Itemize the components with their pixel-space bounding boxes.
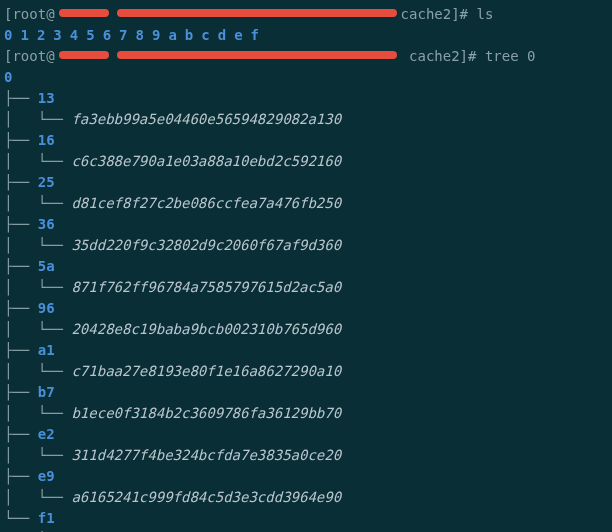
tree-file-line: │ └── 311d4277f4be324bcfda7e3835a0ce20	[4, 445, 608, 466]
tree-file-line: │ └── 20428e8c19baba9bcb002310b765d960	[4, 319, 608, 340]
directory-entry: 9	[152, 27, 160, 43]
tree-file-line: │ └── c6c388e790a1e03a88a10ebd2c592160	[4, 151, 608, 172]
redacted-segment	[117, 51, 397, 59]
directory-entry: d	[218, 27, 226, 43]
directory-entry: e	[234, 27, 242, 43]
redacted-segment	[59, 51, 109, 59]
redacted-segment	[117, 9, 397, 17]
tree-dir-name: f1	[38, 510, 55, 526]
tree-file-line: │ └── a6165241c999fd84c5d3e3cdd3964e90	[4, 487, 608, 508]
redacted-segment	[59, 9, 109, 17]
prompt-user: root@	[12, 48, 54, 64]
tree-file-line: │ └── d81cef8f27c2be086ccfea7a476fb250	[4, 193, 608, 214]
tree-dir-name: a1	[38, 342, 55, 358]
tree-dir-line: ├── 5a	[4, 256, 608, 277]
tree-file-name: 20428e8c19baba9bcb002310b765d960	[71, 321, 341, 337]
tree-dir-line: ├── b7	[4, 382, 608, 403]
tree-dir-line: ├── 16	[4, 130, 608, 151]
tree-file-line: │ └── c71baa27e8193e80f1e16a8627290a10	[4, 361, 608, 382]
tree-dir-line: ├── 36	[4, 214, 608, 235]
prompt-path: cache2	[401, 6, 452, 22]
tree-dir-name: 25	[38, 174, 55, 190]
tree-dir-name: b7	[38, 384, 55, 400]
tree-dir-name: 16	[38, 132, 55, 148]
directory-entry: 8	[136, 27, 144, 43]
directory-entry: a	[168, 27, 176, 43]
tree-file-name: c6c388e790a1e03a88a10ebd2c592160	[71, 153, 341, 169]
tree-dir-line: └── f1	[4, 508, 608, 529]
tree-dir-line: ├── 96	[4, 298, 608, 319]
tree-dir-name: 5a	[38, 258, 55, 274]
tree-dir-name: 36	[38, 216, 55, 232]
directory-entry: c	[201, 27, 209, 43]
tree-file-name: b1ece0f3184b2c3609786fa36129bb70	[71, 405, 341, 421]
tree-file-name: fa3ebb99a5e04460e56594829082a130	[71, 111, 341, 127]
tree-file-name: a6165241c999fd84c5d3e3cdd3964e90	[71, 489, 341, 505]
directory-entry: f	[251, 27, 259, 43]
directory-entry: 3	[53, 27, 61, 43]
directory-entry: 4	[70, 27, 78, 43]
directory-entry: 5	[86, 27, 94, 43]
tree-dir-line: ├── 13	[4, 88, 608, 109]
directory-entry: 6	[103, 27, 111, 43]
prompt-line-ls: [root@cache2]# ls	[4, 4, 608, 25]
directory-entry: b	[185, 27, 193, 43]
tree-file-line: │ └── fa3ebb99a5e04460e56594829082a130	[4, 109, 608, 130]
directory-entry: 0	[4, 27, 12, 43]
tree-file-name: d81cef8f27c2be086ccfea7a476fb250	[71, 195, 341, 211]
tree-dir-name: e2	[38, 426, 55, 442]
command-ls: ls	[476, 6, 493, 22]
prompt-line-tree: [root@ cache2]# tree 0	[4, 46, 608, 67]
tree-dir-line: ├── e2	[4, 424, 608, 445]
ls-output: 0123456789abcdef	[4, 25, 608, 46]
tree-file-line: │ └── b1ece0f3184b2c3609786fa36129bb70	[4, 403, 608, 424]
tree-file-line: │ └── 35dd220f9c32802d9c2060f67af9d360	[4, 235, 608, 256]
tree-dir-line: ├── e9	[4, 466, 608, 487]
tree-file-name: c71baa27e8193e80f1e16a8627290a10	[71, 363, 341, 379]
directory-entry: 1	[20, 27, 28, 43]
prompt-path: cache2	[409, 48, 460, 64]
terminal-output: [root@cache2]# ls0123456789abcdef[root@ …	[4, 4, 608, 532]
tree-dir-name: e9	[38, 468, 55, 484]
tree-file-line: │ └── 871f762ff96784a7585797615d2ac5a0	[4, 277, 608, 298]
tree-file-name: 871f762ff96784a7585797615d2ac5a0	[71, 279, 341, 295]
directory-entry: 2	[37, 27, 45, 43]
tree-dir-name: 13	[38, 90, 55, 106]
tree-file-name: 311d4277f4be324bcfda7e3835a0ce20	[71, 447, 341, 463]
tree-dir-line: ├── a1	[4, 340, 608, 361]
directory-entry: 7	[119, 27, 127, 43]
tree-dir-line: ├── 25	[4, 172, 608, 193]
prompt-user: root@	[12, 6, 54, 22]
command-tree: tree 0	[485, 48, 536, 64]
tree-dir-name: 96	[38, 300, 55, 316]
tree-root: 0	[4, 67, 608, 88]
tree-file-name: 35dd220f9c32802d9c2060f67af9d360	[71, 237, 341, 253]
